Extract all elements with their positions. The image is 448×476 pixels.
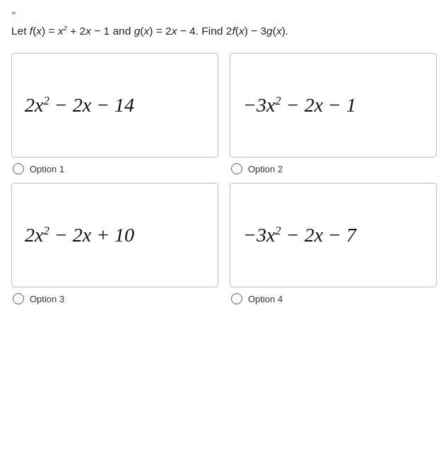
option-3-math: 2x2 − 2x + 10	[25, 224, 134, 246]
option-container-2: −3x2 − 2x − 1 Option 2	[230, 53, 437, 174]
option-1-label-row: Option 1	[11, 163, 218, 174]
option-2-label-row: Option 2	[230, 163, 437, 174]
required-star: *	[11, 8, 437, 20]
option-1-math: 2x2 − 2x − 14	[25, 94, 134, 117]
option-container-3: 2x2 − 2x + 10 Option 3	[11, 183, 218, 304]
options-grid: 2x2 − 2x − 14 Option 1 −3x2 − 2x − 1 Opt…	[11, 53, 437, 304]
option-box-1[interactable]: 2x2 − 2x − 14	[11, 53, 218, 157]
option-box-2[interactable]: −3x2 − 2x − 1	[230, 53, 437, 157]
option-box-4[interactable]: −3x2 − 2x − 7	[230, 183, 437, 287]
option-2-label: Option 2	[248, 164, 283, 174]
option-2-math: −3x2 − 2x − 1	[243, 94, 356, 117]
option-1-label: Option 1	[30, 164, 64, 174]
option-4-radio[interactable]	[231, 293, 242, 304]
option-container-4: −3x2 − 2x − 7 Option 4	[230, 183, 437, 304]
option-container-1: 2x2 − 2x − 14 Option 1	[11, 53, 218, 174]
option-2-radio[interactable]	[231, 163, 242, 174]
option-3-radio[interactable]	[13, 293, 24, 304]
option-3-label-row: Option 3	[11, 293, 218, 304]
option-4-math: −3x2 − 2x − 7	[243, 224, 356, 246]
question-text: Let f(x) = x2 + 2x − 1 and g(x) = 2x − 4…	[11, 23, 437, 39]
option-4-label: Option 4	[248, 294, 283, 304]
option-1-radio[interactable]	[13, 163, 24, 174]
option-box-3[interactable]: 2x2 − 2x + 10	[11, 183, 218, 287]
option-4-label-row: Option 4	[230, 293, 437, 304]
option-3-label: Option 3	[30, 294, 64, 304]
